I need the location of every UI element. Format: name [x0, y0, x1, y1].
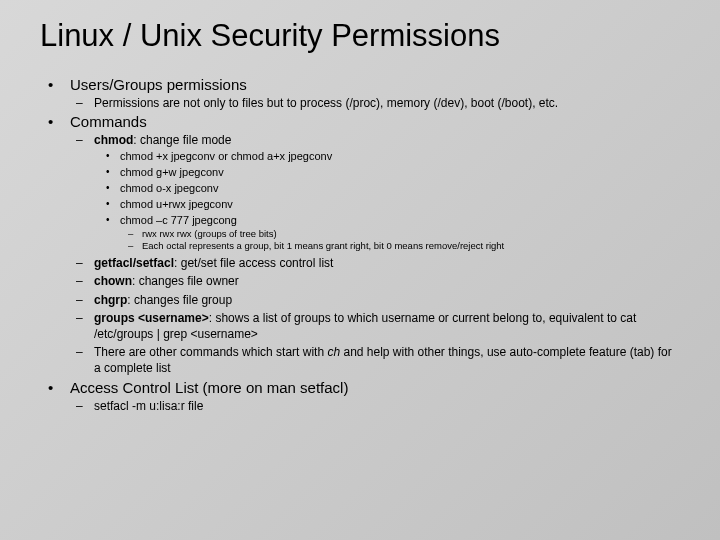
octal-note: Each octal represents a group, bit 1 mea…	[120, 240, 680, 253]
users-groups-note: Permissions are not only to files but to…	[70, 95, 680, 111]
section-acl: Access Control List (more on man setfacl…	[40, 379, 680, 414]
chmod-example: chmod –c 777 jpegcong rwx rwx rwx (group…	[94, 213, 680, 253]
cmd-name: chmod	[94, 133, 133, 147]
acl-example: setfacl -m u:lisa:r file	[70, 398, 680, 414]
bullet-list: Users/Groups permissions Permissions are…	[40, 76, 680, 414]
chmod-example: chmod +x jpegconv or chmod a+x jpegconv	[94, 149, 680, 164]
chmod-example: chmod g+w jpegconv	[94, 165, 680, 180]
cmd-desc: : changes file group	[127, 293, 232, 307]
more-text-a: There are other commands which start wit…	[94, 345, 327, 359]
chmod-example: chmod o-x jpegconv	[94, 181, 680, 196]
cmd-desc: : change file mode	[133, 133, 231, 147]
cmd-groups: groups <username>: shows a list of group…	[70, 310, 680, 342]
cmd-desc: : get/set file access control list	[174, 256, 333, 270]
cmd-chmod: chmod: change file mode chmod +x jpegcon…	[70, 132, 680, 253]
cmd-more: There are other commands which start wit…	[70, 344, 680, 376]
cmd-name: groups <username>	[94, 311, 209, 325]
cmd-name: chgrp	[94, 293, 127, 307]
cmd-chown: chown: changes file owner	[70, 273, 680, 289]
section-heading: Users/Groups permissions	[70, 76, 247, 93]
section-commands: Commands chmod: change file mode chmod +…	[40, 113, 680, 376]
cmd-desc: : changes file owner	[132, 274, 239, 288]
cmd-chgrp: chgrp: changes file group	[70, 292, 680, 308]
slide-title: Linux / Unix Security Permissions	[40, 18, 680, 54]
section-heading: Commands	[70, 113, 147, 130]
cmd-facl: getfacl/setfacl: get/set file access con…	[70, 255, 680, 271]
cmd-name: getfacl/setfacl	[94, 256, 174, 270]
more-text-i: ch	[327, 345, 340, 359]
chmod-example: chmod u+rwx jpegconv	[94, 197, 680, 212]
octal-note: rwx rwx rwx (groups of tree bits)	[120, 228, 680, 241]
slide: Linux / Unix Security Permissions Users/…	[0, 0, 720, 540]
cmd-name: chown	[94, 274, 132, 288]
section-heading: Access Control List (more on man setfacl…	[70, 379, 348, 396]
chmod-example-text: chmod –c 777 jpegcong	[120, 214, 237, 226]
section-users-groups: Users/Groups permissions Permissions are…	[40, 76, 680, 111]
